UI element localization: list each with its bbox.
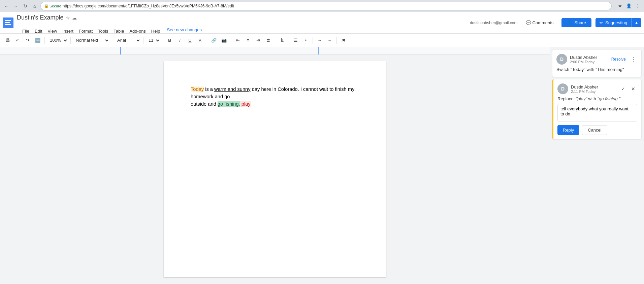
comment-1-author: Dustin Absher [570,55,607,60]
comments-button[interactable]: 💬 Comments [522,18,558,27]
content-area: Today is a warm and sunny day here in Co… [0,47,644,284]
comment-card-1: D Dustin Absher 2:06 PM Today Resolve ⋮ … [552,50,641,77]
menu-tools[interactable]: Tools [95,27,111,35]
document-content[interactable]: Today is a warm and sunny day here in Co… [191,85,359,108]
ruler [0,47,550,55]
menu-file[interactable]: File [20,27,32,35]
menu-insert[interactable]: Insert [60,27,76,35]
increase-indent-button[interactable]: ← [325,36,334,45]
separator-6 [207,37,207,44]
comment-1-header: D Dustin Absher 2:06 PM Today Resolve ⋮ [556,54,637,65]
numbered-list-button[interactable]: ☰ [291,36,300,45]
font-select[interactable]: Arial [114,36,141,45]
clear-format-button[interactable]: ✖ [339,36,348,45]
user-email: dustincabsher@gmail.com [470,21,518,25]
separator-3 [112,37,112,44]
menu-edit[interactable]: Edit [32,27,45,35]
home-button[interactable]: ⌂ [31,2,38,10]
bookmark-icon[interactable]: ★ [616,2,624,10]
logo-line-3 [5,24,11,25]
line-spacing-button[interactable]: ⇅ [277,36,287,45]
pencil-icon: ✏ [600,20,603,25]
logo-line-1 [5,20,11,21]
cloud-icon[interactable]: ☁ [72,15,77,21]
style-select[interactable]: Normal text [73,36,110,45]
zoom-select[interactable]: 100% [47,36,68,45]
comment-1-text: Switch "Today" with "This morning" [556,67,624,72]
menu-help[interactable]: Help [149,27,163,35]
content-line2-before: outside and [191,101,218,107]
align-justify-button[interactable]: ≣ [263,36,273,45]
text-color-button[interactable]: A [195,36,205,45]
reload-button[interactable]: ↻ [22,2,29,10]
editor-wrapper: Today is a warm and sunny day here in Co… [0,47,550,284]
size-select[interactable]: 11 [146,36,161,45]
share-button[interactable]: 👤 Share [561,18,591,27]
decrease-indent-button[interactable]: → [315,36,324,45]
doc-title[interactable]: Dustin's Example [17,14,64,21]
reply-actions: Reply Cancel [557,125,637,135]
suggesting-area: ✏ Suggesting ▲ [595,18,641,27]
align-center-button[interactable]: ≡ [243,36,253,45]
comment-2-meta: Dustin Absher 2:11 PM Today [571,84,616,94]
suggesting-dropdown[interactable]: ▲ [631,18,641,27]
print-button[interactable]: 🖶 [3,36,12,45]
account-icon[interactable]: 👤 [625,2,633,10]
see-new-changes[interactable]: See new changes [167,27,202,35]
replace-old: "play" [576,96,587,101]
accept-button-2[interactable]: ✓ [619,85,627,93]
content-go-fishing: go fishing. [218,101,240,107]
menu-view[interactable]: View [45,27,60,35]
resolve-button-1[interactable]: Resolve [610,56,627,62]
suggesting-label: Suggesting [605,20,627,25]
comment-2-author: Dustin Absher [571,84,616,90]
browser-icons: ★ 👤 ⋮ [616,2,641,10]
replace-label: Replace: [557,96,576,101]
comment-2-time: 2:11 PM Today [571,90,616,94]
share-person-icon: 👤 [567,20,572,25]
forward-button[interactable]: → [12,2,20,10]
redo-button[interactable]: ↷ [23,36,32,45]
menu-format[interactable]: Format [76,27,95,35]
comment-1-time: 2:06 PM Today [570,60,607,64]
comment-1-actions: Resolve ⋮ [610,56,637,63]
address-bar[interactable]: 🔒 Secure https://docs.google.com/documen… [40,2,612,10]
reply-textarea[interactable]: tell everybody what you really want to d… [557,104,637,121]
comment-card-2: D Dustin Absher 2:11 PM Today ✓ ✕ Replac… [552,79,641,139]
align-left-button[interactable]: ⇤ [233,36,243,45]
content-play: play [240,101,251,107]
separator-2 [70,37,71,44]
separator-7 [231,37,231,44]
paint-format-button[interactable]: 🆓 [33,36,42,45]
more-options-1[interactable]: ⋮ [629,56,637,63]
reject-button-2[interactable]: ✕ [629,85,637,93]
menu-addons[interactable]: Add-ons [127,27,148,35]
editor-scroll-area[interactable]: Today is a warm and sunny day here in Co… [0,55,550,284]
underline-button[interactable]: U [185,36,195,45]
align-right-button[interactable]: ⇥ [253,36,263,45]
suggesting-button[interactable]: ✏ Suggesting [595,18,631,27]
share-label: Share [574,20,586,25]
document-page: Today is a warm and sunny day here in Co… [164,61,386,277]
insert-image-button[interactable]: 📷 [219,36,229,45]
reply-button[interactable]: Reply [557,125,579,135]
text-cursor [251,102,251,107]
comments-label: Comments [533,20,554,25]
menu-table[interactable]: Table [111,27,127,35]
menu-icon[interactable]: ⋮ [634,2,641,10]
content-underline: warm and sunny [214,86,251,92]
ruler-svg [7,47,543,55]
star-icon[interactable]: ☆ [66,15,70,21]
comment-1-body: Switch "Today" with "This morning" [556,67,637,73]
link-button[interactable]: 🔗 [209,36,219,45]
header-right: dustincabsher@gmail.com 💬 Comments 👤 Sha… [470,18,641,27]
bullet-list-button[interactable]: • [301,36,311,45]
browser-chrome: ← → ↻ ⌂ 🔒 Secure https://docs.google.com… [0,0,644,12]
bold-button[interactable]: B [165,36,174,45]
undo-button[interactable]: ↶ [13,36,22,45]
separator-10 [313,37,313,44]
cancel-button[interactable]: Cancel [582,125,607,135]
back-button[interactable]: ← [3,2,10,10]
italic-button[interactable]: I [175,36,185,45]
menu-bar: File Edit View Insert Format Tools Table… [20,27,202,36]
